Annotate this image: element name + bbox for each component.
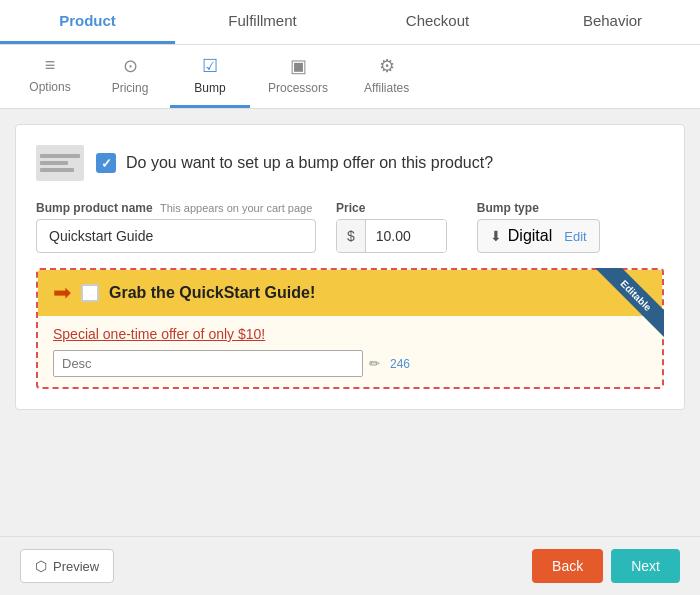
preview-button[interactable]: ⬡ Preview (20, 549, 114, 583)
processors-icon: ▣ (290, 55, 307, 77)
top-tabs: Product Fulfillment Checkout Behavior (0, 0, 700, 45)
bump-offer-checkbox[interactable] (81, 284, 99, 302)
edit-link[interactable]: Edit (564, 229, 586, 244)
tab-checkout[interactable]: Checkout (350, 0, 525, 44)
price-symbol: $ (337, 220, 366, 252)
bump-type-group: Bump type ⬇ Digital Edit (477, 201, 600, 253)
desc-edit-icon[interactable]: ✏ (369, 356, 380, 371)
subtab-affiliates[interactable]: ⚙ Affiliates (346, 45, 427, 108)
arrow-icon: ➡ (53, 280, 71, 306)
bump-preview-container: ➡ Grab the QuickStart Guide! Special one… (36, 268, 664, 389)
subtab-processors[interactable]: ▣ Processors (250, 45, 346, 108)
tab-fulfillment[interactable]: Fulfillment (175, 0, 350, 44)
back-button[interactable]: Back (532, 549, 603, 583)
bump-yellow-header: ➡ Grab the QuickStart Guide! (38, 270, 662, 316)
form-row: Bump product name This appears on your c… (36, 201, 664, 253)
product-name-group: Bump product name This appears on your c… (36, 201, 316, 253)
subtab-pricing[interactable]: ⊙ Pricing (90, 45, 170, 108)
price-input-wrap: $ (336, 219, 447, 253)
bump-desc-input[interactable] (53, 350, 363, 377)
bump-preview-box: ➡ Grab the QuickStart Guide! Special one… (36, 268, 664, 389)
bump-header-icon (36, 145, 84, 181)
pricing-icon: ⊙ (123, 55, 138, 77)
bump-offer-text: Special one-time offer of only $10! (53, 326, 647, 342)
bottom-bar: ⬡ Preview Back Next (0, 536, 700, 595)
bump-type-button[interactable]: ⬇ Digital Edit (477, 219, 600, 253)
price-group: Price $ (336, 201, 447, 253)
bump-header-text: Do you want to set up a bump offer on th… (126, 154, 493, 172)
price-input[interactable] (366, 220, 446, 252)
main-content: Do you want to set up a bump offer on th… (15, 124, 685, 410)
subtab-options[interactable]: ≡ Options (10, 45, 90, 108)
product-name-label: Bump product name This appears on your c… (36, 201, 316, 215)
download-icon: ⬇ (490, 228, 502, 244)
bump-icon: ☑ (202, 55, 218, 77)
tab-behavior[interactable]: Behavior (525, 0, 700, 44)
product-name-input[interactable] (36, 219, 316, 253)
tab-product[interactable]: Product (0, 0, 175, 44)
bump-type-label: Bump type (477, 201, 600, 215)
bump-header: Do you want to set up a bump offer on th… (36, 145, 664, 181)
bump-type-value: Digital (508, 227, 552, 245)
nav-buttons: Back Next (532, 549, 680, 583)
bump-enable-checkbox[interactable] (96, 153, 116, 173)
affiliates-icon: ⚙ (379, 55, 395, 77)
sub-tabs: ≡ Options ⊙ Pricing ☑ Bump ▣ Processors … (0, 45, 700, 109)
bump-enable-container: Do you want to set up a bump offer on th… (96, 153, 493, 173)
options-icon: ≡ (45, 55, 56, 76)
preview-icon: ⬡ (35, 558, 47, 574)
next-button[interactable]: Next (611, 549, 680, 583)
bump-body: Special one-time offer of only $10! ✏ 24… (38, 316, 662, 387)
price-label: Price (336, 201, 447, 215)
bump-offer-title: Grab the QuickStart Guide! (109, 284, 315, 302)
bump-desc-row: ✏ 246 (53, 350, 647, 377)
subtab-bump[interactable]: ☑ Bump (170, 45, 250, 108)
char-count: 246 (390, 357, 410, 371)
